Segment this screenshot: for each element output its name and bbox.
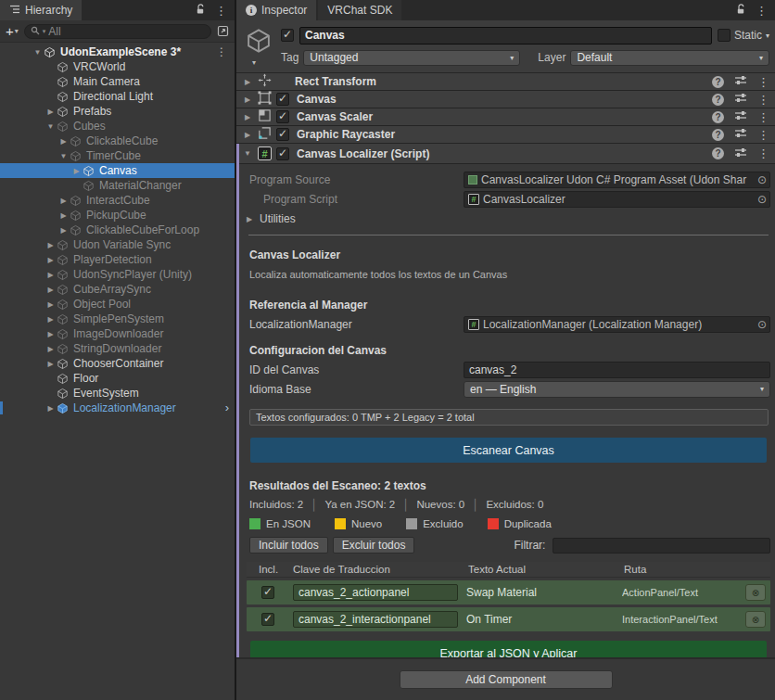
prefab-open-chevron-icon[interactable]: › xyxy=(225,403,229,413)
exclude-all-button[interactable]: Excluir todos xyxy=(333,537,415,554)
layer-dropdown[interactable]: Default ▾ xyxy=(570,50,769,66)
foldout-icon[interactable]: ▶ xyxy=(57,211,70,220)
tag-dropdown[interactable]: Untagged ▾ xyxy=(303,50,520,66)
foldout-icon[interactable]: ▶ xyxy=(57,226,70,235)
foldout-icon[interactable]: ▶ xyxy=(70,167,83,175)
hierarchy-item-udonsyncplayer-unity-[interactable]: ▶UdonSyncPlayer (Unity) xyxy=(0,267,235,282)
create-object-button[interactable]: +▾ xyxy=(6,24,19,38)
presets-icon[interactable] xyxy=(734,74,747,89)
foldout-icon[interactable]: ▶ xyxy=(44,300,57,309)
include-all-button[interactable]: Incluir todos xyxy=(249,537,328,554)
inspector-menu-icon[interactable]: ⋮ xyxy=(756,4,768,18)
foldout-icon[interactable]: ▶ xyxy=(242,95,253,104)
foldout-icon[interactable]: ▶ xyxy=(44,404,57,413)
hierarchy-item-canvas[interactable]: ▶Canvas xyxy=(0,163,235,178)
hierarchy-scene-row[interactable]: ▼UdonExampleScene 3*⋮ xyxy=(0,45,235,59)
foldout-icon[interactable]: ▶ xyxy=(44,286,57,294)
translation-key-field[interactable]: canvas_2_interactionpanel xyxy=(293,611,458,628)
hierarchy-item-cubearraysync[interactable]: ▶CubeArraySync xyxy=(0,282,235,297)
object-picker-icon[interactable]: ⊙ xyxy=(757,193,767,206)
hierarchy-item-playerdetection[interactable]: ▶PlayerDetection xyxy=(0,252,235,267)
help-icon[interactable]: ? xyxy=(712,94,724,106)
include-checkbox[interactable] xyxy=(261,586,274,599)
hierarchy-menu-icon[interactable]: ⋮ xyxy=(215,4,227,18)
hierarchy-item-simplepensystem[interactable]: ▶SimplePenSystem xyxy=(0,312,235,326)
hierarchy-item-stringdownloader[interactable]: ▶StringDownloader xyxy=(0,341,235,356)
hierarchy-item-prefabs[interactable]: ▶Prefabs xyxy=(0,104,235,119)
ping-object-button[interactable]: ⊗ xyxy=(745,584,766,601)
foldout-icon[interactable]: ▼ xyxy=(57,152,70,160)
presets-icon[interactable] xyxy=(734,92,747,107)
foldout-icon[interactable]: ▼ xyxy=(242,149,253,158)
scene-menu-icon[interactable]: ⋮ xyxy=(216,45,227,58)
search-type-caret-icon[interactable]: ▾ xyxy=(43,28,46,35)
component-canvas-localizer[interactable]: ▼ # Canvas Localizer (Script) ? ⋮ xyxy=(239,144,775,164)
foldout-icon[interactable]: ▶ xyxy=(44,315,57,324)
component-menu-icon[interactable]: ⋮ xyxy=(757,93,769,107)
help-icon[interactable]: ? xyxy=(712,147,724,159)
component-rect-transform[interactable]: ▶ Rect Transform ? ⋮ xyxy=(236,73,775,91)
component-enabled-checkbox[interactable] xyxy=(276,110,289,123)
hierarchy-item-clickablecube[interactable]: ▶ClickableCube xyxy=(0,134,235,148)
hierarchy-item-floor[interactable]: Floor xyxy=(0,371,235,386)
hierarchy-search-input[interactable]: ▾ All xyxy=(24,24,211,39)
foldout-icon[interactable]: ▶ xyxy=(242,113,253,121)
filter-input[interactable] xyxy=(553,538,770,554)
static-checkbox[interactable] xyxy=(718,29,731,42)
hierarchy-item-clickablecubeforloop[interactable]: ▶ClickableCubeForLoop xyxy=(0,223,235,237)
component-menu-icon[interactable]: ⋮ xyxy=(757,128,769,142)
object-picker-icon[interactable]: ⊙ xyxy=(757,173,767,186)
ping-object-button[interactable]: ⊗ xyxy=(745,611,766,628)
object-picker-icon[interactable]: ⊙ xyxy=(757,318,767,331)
foldout-icon[interactable]: ▶ xyxy=(44,330,57,338)
translation-key-field[interactable]: canvas_2_actionpanel xyxy=(293,584,458,601)
gameobject-name-field[interactable] xyxy=(299,27,712,45)
component-enabled-checkbox[interactable] xyxy=(276,128,289,141)
foldout-icon[interactable]: ▶ xyxy=(44,256,57,264)
tab-vrchat-sdk[interactable]: VRChat SDK xyxy=(318,0,401,20)
unlock-icon[interactable] xyxy=(736,4,746,18)
component-canvas-scaler[interactable]: ▶ Canvas Scaler ? ⋮ xyxy=(236,108,775,126)
tab-inspector[interactable]: i Inspector xyxy=(236,0,316,20)
program-source-field[interactable]: CanvasLocalizer Udon C# Program Asset (U… xyxy=(464,172,770,188)
foldout-icon[interactable]: ▼ xyxy=(44,122,57,131)
foldout-icon[interactable]: ▼ xyxy=(32,48,44,57)
help-icon[interactable]: ? xyxy=(712,129,724,141)
component-menu-icon[interactable]: ⋮ xyxy=(757,75,769,89)
include-checkbox[interactable] xyxy=(261,613,274,626)
scan-canvas-button[interactable]: Escanear Canvas xyxy=(250,438,767,463)
component-menu-icon[interactable]: ⋮ xyxy=(757,146,769,160)
hierarchy-item-udon-variable-sync[interactable]: ▶Udon Variable Sync xyxy=(0,237,235,252)
hierarchy-item-timercube[interactable]: ▼TimerCube xyxy=(0,148,235,163)
component-enabled-checkbox[interactable] xyxy=(276,147,289,160)
add-component-button[interactable]: Add Component xyxy=(400,670,613,689)
base-language-dropdown[interactable]: en — English ▾ xyxy=(464,381,770,398)
canvas-id-input[interactable] xyxy=(464,362,770,378)
hierarchy-item-object-pool[interactable]: ▶Object Pool xyxy=(0,297,235,312)
utilities-foldout[interactable]: ▶ Utilities xyxy=(247,210,770,227)
component-menu-icon[interactable]: ⋮ xyxy=(757,110,769,124)
foldout-icon[interactable]: ▶ xyxy=(242,131,253,139)
localization-manager-field[interactable]: # LocalizationManager (Localization Mana… xyxy=(464,316,770,333)
hierarchy-item-vrcworld[interactable]: VRCWorld xyxy=(0,59,235,74)
foldout-icon[interactable]: ▶ xyxy=(44,108,57,116)
hierarchy-item-eventsystem[interactable]: EventSystem xyxy=(0,386,235,401)
hierarchy-item-pickupcube[interactable]: ▶PickupCube xyxy=(0,208,235,223)
foldout-icon[interactable]: ▶ xyxy=(57,197,70,205)
help-icon[interactable]: ? xyxy=(712,76,724,88)
unlock-icon[interactable] xyxy=(196,4,206,18)
foldout-icon[interactable]: ▶ xyxy=(242,78,253,86)
foldout-icon[interactable]: ▶ xyxy=(57,137,70,146)
hierarchy-item-materialchanger[interactable]: MaterialChanger xyxy=(0,178,235,193)
gameobject-cube-icon[interactable]: ▾ xyxy=(242,25,275,67)
tab-hierarchy[interactable]: Hierarchy xyxy=(0,0,82,20)
icon-caret[interactable]: ▾ xyxy=(252,58,256,67)
presets-icon[interactable] xyxy=(734,109,747,124)
foldout-icon[interactable]: ▶ xyxy=(44,241,57,249)
foldout-icon[interactable]: ▶ xyxy=(44,360,57,368)
hierarchy-item-directional-light[interactable]: Directional Light xyxy=(0,89,235,104)
presets-icon[interactable] xyxy=(734,127,747,142)
component-graphic-raycaster[interactable]: ▶ Graphic Raycaster ? ⋮ xyxy=(236,126,775,144)
foldout-icon[interactable]: ▶ xyxy=(44,271,57,279)
help-icon[interactable]: ? xyxy=(712,111,724,123)
